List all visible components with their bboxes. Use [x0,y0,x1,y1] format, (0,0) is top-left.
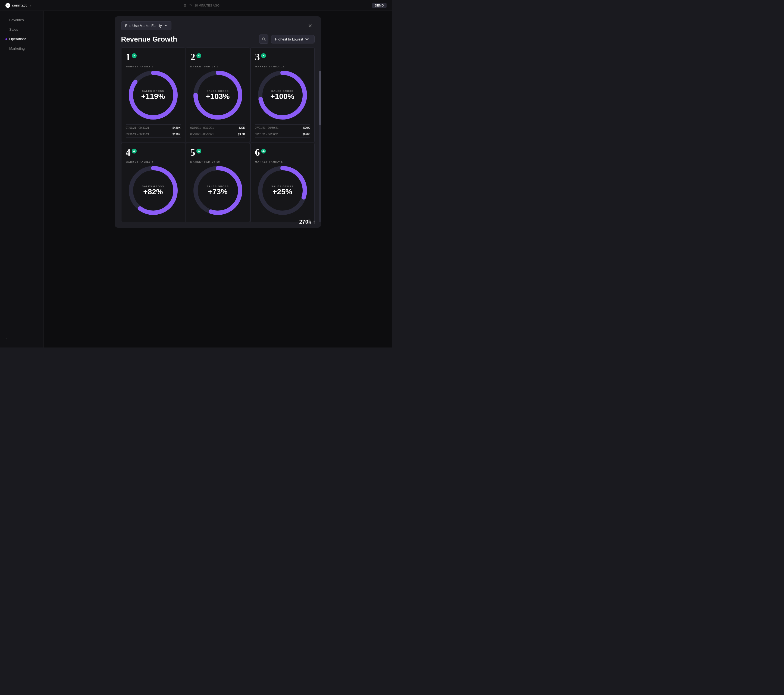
scroll-thumb [319,71,321,125]
rank-number: 1 [126,52,131,62]
bottom-stat: 270k ↑ [299,219,315,225]
stat-row-2: 03/31/21 - 06/30/21 $190K [126,131,181,138]
chevron-down-icon [305,38,309,40]
search-icon [262,37,266,41]
up-arrow-icon [133,54,135,57]
card-header: 5 [190,148,245,157]
donut-value: +73% [208,188,227,196]
stat-value-1: $20K [239,126,245,129]
up-arrow-icon [262,54,265,57]
donut-chart: SALES GROSS +25% [258,166,307,215]
trend-badge [132,148,137,153]
modal-title: Revenue Growth [121,35,177,43]
sidebar-label-sales: Sales [9,28,18,31]
stat-value-2: $0.0K [303,133,310,136]
trend-badge [261,53,266,58]
topbar-left: ○ conntact ‹ [5,3,31,8]
stat-date-2: 03/31/21 - 06/30/21 [126,133,150,136]
card-header: 6 [255,148,310,157]
topbar-center: ⊡ ↻ 18 MINUTES AGO [184,3,219,7]
donut-chart: SALES GROSS +82% [129,166,178,215]
card-6: 6 MARKET FAMILY 5 SALES GROSS +25% [250,143,315,222]
stat-row-1: 07/01/21 - 09/30/21 $20K [255,125,310,131]
card-header: 1 [126,52,181,62]
market-label: MARKET FAMILY 10 [190,161,245,163]
up-arrow-icon [198,150,200,152]
stat-row-2: 03/31/21 - 06/30/21 $0.0K [255,131,310,138]
card-1: 1 MARKET FAMILY 2 SALES GROSS +119% [121,48,185,142]
sidebar-collapse-btn[interactable]: ‹ [3,336,9,342]
topbar: ○ conntact ‹ ⊡ ↻ 18 MINUTES AGO DEMO [0,0,392,11]
donut-center: SALES GROSS +25% [258,166,307,215]
donut-chart: SALES GROSS +73% [193,166,242,215]
refresh-icon[interactable]: ↻ [189,3,192,7]
scroll-indicator [319,71,321,222]
cards-grid: 1 MARKET FAMILY 2 SALES GROSS +119% [116,48,320,222]
filter-icon: ⊡ [184,3,187,7]
demo-badge: DEMO [372,3,387,8]
sidebar-label-operations: Operations [9,37,26,41]
card-5: 5 MARKET FAMILY 10 SALES GROSS +73% [186,143,250,222]
donut-center: SALES GROSS +103% [193,71,242,120]
donut-center: SALES GROSS +119% [129,71,178,120]
close-button[interactable]: ✕ [306,21,315,30]
card-2: 2 MARKET FAMILY 1 SALES GROSS +103% [186,48,250,142]
market-family-dropdown[interactable]: End Use Market Family [121,21,171,30]
modal-header: End Use Market Family ✕ [115,16,321,33]
sort-label: Highest to Lowest [275,37,303,41]
stat-date-1: 07/01/21 - 09/30/21 [126,126,150,129]
logo-icon: ○ [5,3,10,8]
logo: ○ conntact [5,3,26,8]
stat-row-1: 07/01/21 - 09/30/21 $20K [190,125,245,131]
stat-date-2: 03/31/21 - 06/30/21 [255,133,279,136]
market-label: MARKET FAMILY 2 [126,65,181,68]
modal: End Use Market Family ✕ Revenue Growth H… [115,16,321,228]
donut-value: +82% [143,188,163,196]
card-header: 2 [190,52,245,62]
stat-date-2: 03/31/21 - 06/30/21 [190,133,214,136]
stats-section: 07/01/21 - 09/30/21 $20K 03/31/21 - 06/3… [190,124,245,138]
rank-number: 4 [126,148,131,157]
donut-chart: SALES GROSS +100% [258,71,307,120]
market-label: MARKET FAMILY 16 [255,65,310,68]
sidebar-dot [5,29,7,30]
card-4: 4 MARKET FAMILY 4 SALES GROSS +82% [121,143,185,222]
donut-center: SALES GROSS +100% [258,71,307,120]
sidebar-item-operations[interactable]: Operations [0,34,43,44]
collapse-icon[interactable]: ‹ [30,3,31,8]
chevron-down-icon [164,25,167,27]
stat-row-1: 07/01/21 - 09/30/21 $420K [126,125,181,131]
rank-number: 6 [255,148,260,157]
stat-value-2: $190K [173,133,180,136]
market-label: MARKET FAMILY 1 [190,65,245,68]
modal-overlay: End Use Market Family ✕ Revenue Growth H… [43,11,392,348]
trend-badge [132,53,137,58]
sort-dropdown[interactable]: Highest to Lowest [271,35,315,43]
card-header: 3 [255,52,310,62]
sidebar-item-marketing[interactable]: Marketing [0,44,43,53]
sidebar-item-sales[interactable]: Sales [0,25,43,34]
rank-number: 5 [190,148,195,157]
cards-container: 1 MARKET FAMILY 2 SALES GROSS +119% [115,48,321,228]
sidebar-dot [5,19,7,21]
stats-section: 07/01/21 - 09/30/21 $420K 03/31/21 - 06/… [126,124,181,138]
sidebar-dot-active [5,38,7,40]
sidebar-dot [5,48,7,49]
rank-number: 3 [255,52,260,62]
dropdown-label: End Use Market Family [125,24,162,28]
up-arrow-icon [262,150,265,152]
last-updated: 18 MINUTES AGO [194,4,219,7]
donut-value: +100% [270,92,295,101]
sidebar: Favorites Sales Operations Marketing ‹ [0,11,43,348]
donut-center: SALES GROSS +82% [129,166,178,215]
stat-value-1: $20K [303,126,310,129]
search-button[interactable] [259,35,268,44]
sidebar-label-marketing: Marketing [9,46,25,51]
rank-number: 2 [190,52,195,62]
market-label: MARKET FAMILY 4 [126,161,181,163]
trend-badge [196,148,201,153]
stat-date-1: 07/01/21 - 09/30/21 [190,126,214,129]
stat-row-2: 03/31/21 - 06/30/21 $9.6K [190,131,245,138]
svg-line-1 [264,40,265,41]
sidebar-item-favorites[interactable]: Favorites [0,15,43,25]
